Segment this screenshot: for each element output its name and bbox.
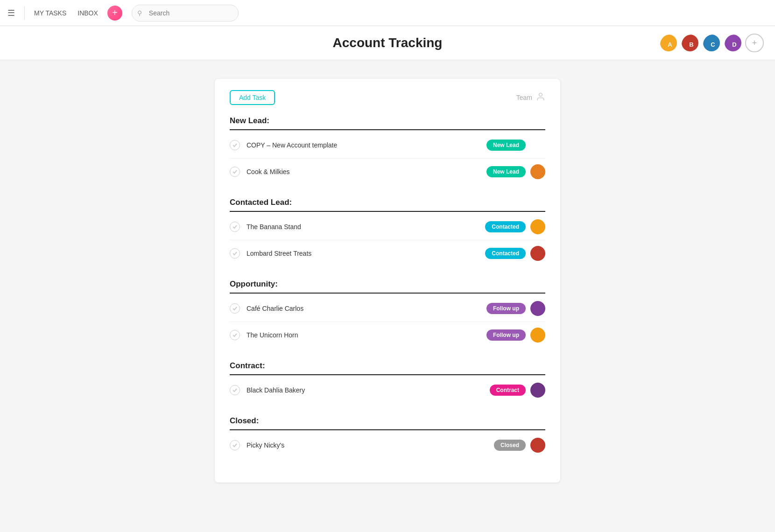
avatar-4-img: D (725, 35, 742, 52)
person-icon (536, 92, 545, 104)
section-closed: Closed: Picky Nicky's Closed (230, 416, 545, 458)
table-row: Picky Nicky's Closed (230, 432, 545, 458)
avatar-4[interactable]: D (724, 34, 742, 52)
task-avatar-3 (530, 219, 545, 234)
search-icon: ⚲ (137, 9, 142, 17)
task-badge-1: New Lead (486, 140, 526, 151)
task-badge-2: New Lead (486, 166, 526, 177)
add-task-button[interactable]: Add Task (230, 90, 275, 105)
team-label: Team (516, 92, 545, 104)
task-avatar-placeholder-1 (530, 138, 545, 153)
section-title-new-lead: New Lead: (230, 116, 545, 126)
section-new-lead: New Lead: COPY – New Account template Ne… (230, 116, 545, 185)
nav-inbox[interactable]: INBOX (78, 9, 98, 17)
section-title-contract: Contract: (230, 361, 545, 371)
section-title-opportunity: Opportunity: (230, 280, 545, 289)
nav-divider (24, 6, 25, 20)
add-button[interactable]: + (107, 6, 122, 21)
task-avatar-7 (530, 383, 545, 398)
team-label-text: Team (516, 94, 532, 101)
page-title: Account Tracking (333, 35, 443, 50)
top-nav: ☰ MY TASKS INBOX + ⚲ (0, 0, 775, 26)
table-row: Cook & Milkies New Lead (230, 159, 545, 185)
task-check-3[interactable] (230, 222, 240, 232)
table-row: COPY – New Account template New Lead (230, 132, 545, 159)
task-check-7[interactable] (230, 385, 240, 395)
task-board: Add Task Team New Lead: COPY – N (215, 79, 560, 483)
task-name-8: Picky Nicky's (247, 441, 494, 449)
task-check-4[interactable] (230, 248, 240, 259)
task-name-6: The Unicorn Horn (247, 331, 486, 339)
table-row: The Unicorn Horn Follow up (230, 322, 545, 348)
section-title-contacted: Contacted Lead: (230, 198, 545, 207)
task-check-8[interactable] (230, 440, 240, 450)
avatar-1[interactable]: A (659, 34, 678, 52)
svg-point-0 (539, 93, 542, 96)
section-divider-opportunity (230, 293, 545, 294)
task-name-2: Cook & Milkies (247, 168, 486, 175)
avatar-1-img: A (660, 35, 678, 52)
table-row: The Banana Stand Contacted (230, 214, 545, 240)
search-container: ⚲ (132, 5, 393, 21)
task-check-5[interactable] (230, 303, 240, 314)
task-avatar-4 (530, 246, 545, 261)
section-divider-contract (230, 374, 545, 375)
section-divider-closed (230, 429, 545, 430)
task-name-3: The Banana Stand (247, 223, 485, 231)
task-avatar-6 (530, 328, 545, 343)
section-divider-new-lead (230, 129, 545, 130)
table-row: Café Charlie Carlos Follow up (230, 295, 545, 322)
table-row: Lombard Street Treats Contacted (230, 240, 545, 266)
table-row: Black Dahlia Bakery Contract (230, 377, 545, 403)
task-check-1[interactable] (230, 140, 240, 150)
page-header: Account Tracking A B C D + (0, 26, 775, 60)
add-team-member-button[interactable]: + (745, 34, 764, 52)
avatar-2[interactable]: B (681, 34, 699, 52)
section-contacted: Contacted Lead: The Banana Stand Contact… (230, 198, 545, 266)
task-badge-8: Closed (494, 440, 526, 451)
avatar-3[interactable]: C (702, 34, 721, 52)
add-task-row: Add Task Team (230, 90, 545, 105)
section-divider-contacted (230, 211, 545, 212)
task-check-2[interactable] (230, 167, 240, 177)
task-avatar-8 (530, 438, 545, 453)
section-opportunity: Opportunity: Café Charlie Carlos Follow … (230, 280, 545, 348)
task-badge-4: Contacted (485, 248, 526, 259)
task-check-6[interactable] (230, 330, 240, 340)
task-badge-3: Contacted (485, 221, 526, 232)
avatar-2-img: B (682, 35, 699, 52)
task-avatar-5 (530, 301, 545, 316)
avatar-3-img: C (703, 35, 721, 52)
team-avatars: A B C D + (659, 34, 764, 52)
task-name-1: COPY – New Account template (247, 141, 486, 149)
task-name-4: Lombard Street Treats (247, 250, 485, 257)
hamburger-icon[interactable]: ☰ (7, 8, 15, 18)
task-badge-5: Follow up (486, 303, 526, 314)
task-name-5: Café Charlie Carlos (247, 305, 486, 312)
section-title-closed: Closed: (230, 416, 545, 426)
nav-my-tasks[interactable]: MY TASKS (34, 9, 66, 17)
task-name-7: Black Dahlia Bakery (247, 386, 490, 394)
task-avatar-2 (530, 164, 545, 179)
task-badge-6: Follow up (486, 329, 526, 341)
search-input[interactable] (132, 5, 239, 21)
task-badge-7: Contract (490, 385, 526, 396)
section-contract: Contract: Black Dahlia Bakery Contract (230, 361, 545, 403)
main-content: Add Task Team New Lead: COPY – N (0, 60, 775, 501)
